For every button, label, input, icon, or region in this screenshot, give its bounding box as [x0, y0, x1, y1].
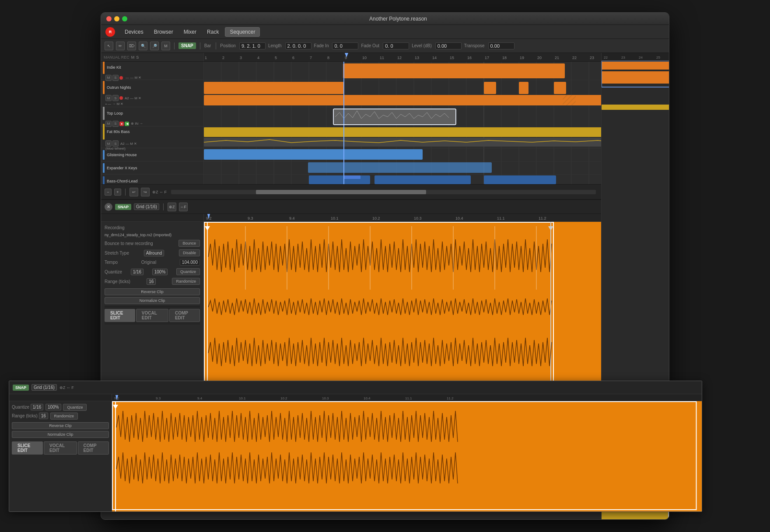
svg-rect-68 [204, 127, 248, 137]
svg-text:25: 25 [656, 56, 660, 60]
svg-rect-77 [484, 175, 556, 184]
bounce-label: Bounce to new recording [105, 241, 153, 246]
bounce-btn[interactable]: Bounce [178, 240, 200, 247]
fade-out-value[interactable]: 0. 0 [383, 42, 409, 49]
overlay-editor-panel: SNAP Grid (1/16) ⊕Z ↔ F 9.2 9.3 9.4 10.1… [101, 381, 669, 512]
snap-button[interactable]: SNAP [178, 42, 196, 49]
zoom-out-btn[interactable]: − [105, 189, 112, 196]
reverse-clip-btn[interactable]: Reverse Clip [105, 288, 200, 295]
eraser-tool[interactable]: ⌦ [127, 42, 136, 50]
menu-sequencer[interactable]: Sequencer [225, 27, 260, 37]
solo-btn-0[interactable]: S [112, 75, 119, 81]
menu-devices[interactable]: Devices [120, 28, 148, 36]
slice-edit-tab[interactable]: SLICE EDIT [105, 309, 135, 322]
svg-rect-125 [112, 402, 669, 510]
comp-edit-tab[interactable]: COMP EDIT [169, 309, 200, 322]
randomize-btn[interactable]: Randomize [172, 278, 200, 285]
overlay-main: Quantize 1/16 100% Quantize Range (ticks… [101, 401, 669, 511]
vocal-edit-tab[interactable]: VOCAL EDIT [136, 309, 168, 322]
editor-nav-left[interactable]: ⊕Z [168, 203, 176, 211]
svg-text:12: 12 [397, 56, 402, 60]
editor-waveform[interactable] [204, 222, 601, 383]
editor-ruler-spacer [101, 214, 204, 221]
track-header-glistening: Glistening House [101, 148, 203, 161]
transpose-value[interactable]: 0.00 [488, 42, 514, 49]
action-btns: Reverse Clip Normalize Clip [105, 288, 200, 304]
editor-ruler: 9.2 9.3 9.4 10.1 10.2 10.3 10.4 11.1 11.… [101, 214, 601, 222]
track-name-fat80s: Fat 80s Bass [107, 130, 130, 134]
minimize-button[interactable] [114, 16, 119, 21]
cursor-tool[interactable]: ↖ [105, 42, 113, 50]
svg-text:13: 13 [415, 56, 419, 60]
reason-logo[interactable]: R [105, 27, 115, 37]
track-header-outrun: Outrun Nights M S A2 — M ✕ • — → M ✕ [101, 80, 203, 107]
svg-rect-79 [333, 109, 456, 125]
svg-text:19: 19 [520, 56, 524, 60]
menu-browser[interactable]: Browser [150, 28, 178, 36]
editor-close-btn[interactable]: ✕ [105, 203, 112, 211]
rec-btn-0[interactable] [119, 76, 123, 80]
solo-btn-1[interactable]: S [112, 95, 119, 101]
zoom-toolbar: − + ↩ ↪ ⊕Z ↔ F [101, 184, 601, 199]
maximize-button[interactable] [122, 16, 127, 21]
zoom-in-tool[interactable]: 🔍 [139, 42, 147, 50]
grid-label: Bar [204, 43, 211, 48]
editor-grid-select[interactable]: Grid (1/16) [134, 203, 159, 210]
level-value[interactable]: 0.00 [435, 42, 462, 49]
recording-filename: ny_drm124_steady_top.rx2 (Imported) [105, 233, 200, 237]
position-value[interactable]: 9. 2. 1. 0 [239, 42, 266, 49]
svg-text:3: 3 [240, 56, 242, 60]
range-value[interactable]: 16 [147, 278, 156, 285]
track-header-expander: Expander X Keys [101, 161, 203, 175]
rec-btn-1[interactable] [119, 96, 123, 100]
svg-text:11.1: 11.1 [405, 396, 412, 400]
zoom-in-btn[interactable]: + [114, 189, 121, 196]
tracks-area: Indie Kit M S — — M ✕ Outrun [101, 62, 601, 184]
svg-rect-75 [344, 175, 360, 179]
svg-rect-70 [315, 127, 364, 137]
scroll-bar[interactable] [171, 190, 596, 194]
svg-text:18: 18 [502, 56, 507, 60]
close-button[interactable] [106, 16, 112, 21]
solo-btn-3[interactable]: S [112, 140, 119, 147]
recording-label: Recording [105, 225, 125, 230]
svg-rect-62 [519, 82, 528, 94]
menu-rack[interactable]: Rack [203, 28, 223, 36]
fade-in-value[interactable]: 0. 0 [332, 42, 358, 49]
stretch-disable-btn[interactable]: Disable [179, 249, 200, 256]
quantize-row: Quantize 1/16 100% Quantize [105, 268, 200, 275]
zoom-out-tool[interactable]: 🔎 [150, 42, 159, 50]
normalize-clip-btn[interactable]: Normalize Clip [105, 297, 200, 304]
svg-text:23: 23 [590, 56, 594, 60]
svg-text:14: 14 [432, 56, 437, 60]
overlay-reverse-btn[interactable]: Reverse Clip [101, 422, 109, 429]
overlay-normalize-btn[interactable]: Normalize Clip [101, 431, 109, 438]
quantize-value[interactable]: 1/16 [131, 269, 144, 275]
mute-btn-1[interactable]: M [105, 95, 112, 101]
track-header-indie-kit: Indie Kit M S — — M ✕ [101, 62, 203, 80]
stretch-select[interactable]: Allround [144, 250, 164, 256]
svg-text:15: 15 [450, 56, 454, 60]
undo-btn[interactable]: ↩ [130, 188, 138, 196]
length-value[interactable]: 2. 0. 0. 0 [285, 42, 312, 49]
mute-btn-3[interactable]: M [105, 140, 112, 147]
quantize-pct[interactable]: 100% [152, 269, 168, 275]
overlay-waveform[interactable] [112, 401, 669, 511]
editor-main: Recording ny_drm124_steady_top.rx2 (Impo… [101, 222, 601, 383]
redo-btn[interactable]: ↪ [141, 188, 150, 196]
mute-btn-0[interactable]: M [105, 75, 112, 81]
overlay-comp-tab[interactable]: COMP EDIT [101, 441, 109, 455]
tempo-label: Tempo [105, 260, 118, 265]
quantize-btn[interactable]: Quantize [176, 268, 200, 275]
editor-snap-btn[interactable]: SNAP [115, 204, 131, 210]
svg-rect-59 [484, 63, 565, 78]
overlay-tabs: SLICE EDIT VOCAL EDIT COMP EDIT [101, 441, 109, 455]
overlay-ruler-marks: 9.2 9.3 9.4 10.1 10.2 10.3 10.4 11.1 11.… [112, 394, 669, 401]
mute-tool[interactable]: M [161, 42, 170, 50]
editor-nav-right[interactable]: ↔F [179, 203, 188, 211]
menu-mixer[interactable]: Mixer [179, 28, 201, 36]
svg-text:4: 4 [257, 56, 259, 60]
svg-rect-71 [204, 138, 601, 147]
svg-rect-76 [374, 175, 471, 184]
pencil-tool[interactable]: ✏ [116, 42, 125, 50]
